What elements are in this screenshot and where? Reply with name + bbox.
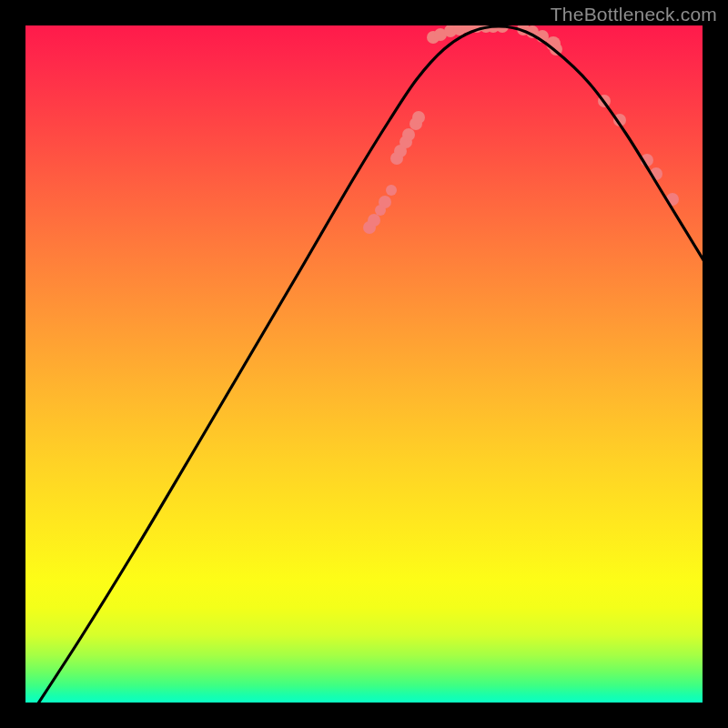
watermark-text: TheBottleneck.com: [551, 4, 717, 25]
bottleneck-curve: [25, 26, 703, 703]
data-marker: [402, 128, 415, 141]
data-marker: [412, 111, 425, 124]
data-marker: [379, 196, 391, 208]
data-marker: [386, 185, 397, 196]
markers-group: [363, 25, 679, 234]
plot-area: [25, 25, 703, 703]
data-marker: [368, 214, 380, 227]
chart-stage: TheBottleneck.com: [0, 0, 728, 728]
curve-layer: [25, 25, 703, 703]
